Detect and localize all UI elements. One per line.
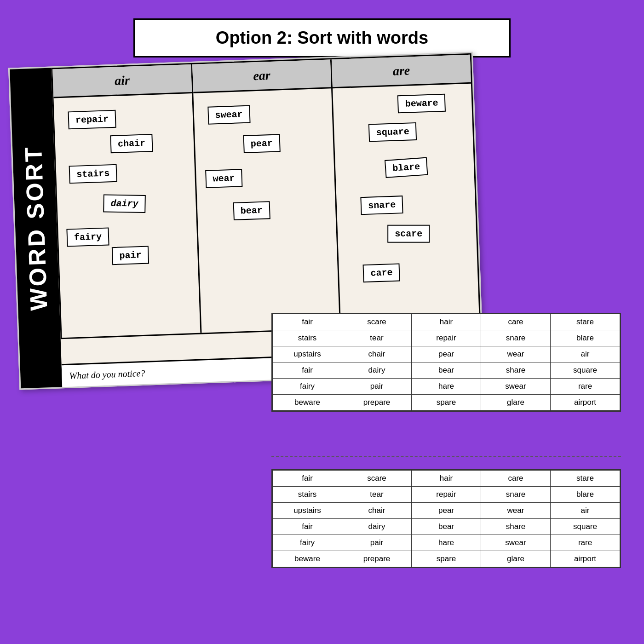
table-cell: scare — [342, 471, 412, 487]
table-cell: hare — [412, 379, 481, 395]
table-cell: care — [481, 314, 551, 330]
tile-beware: beware — [397, 94, 446, 114]
table-cell: stairs — [273, 330, 342, 346]
table-cell: fairy — [273, 379, 342, 395]
tile-stairs: stairs — [69, 164, 117, 184]
word-table-top-grid: fairscarehaircarestarestairstearrepairsn… — [272, 314, 620, 411]
table-cell: pear — [412, 346, 481, 362]
tile-bear: bear — [233, 201, 270, 220]
table-cell: snare — [481, 487, 551, 503]
table-cell: swear — [481, 379, 551, 395]
table-cell: hare — [412, 535, 481, 551]
table-cell: spare — [412, 551, 481, 567]
table-cell: fair — [273, 314, 342, 330]
table-cell: stare — [551, 314, 620, 330]
table-cell: chair — [342, 346, 412, 362]
tile-repair: repair — [68, 110, 116, 130]
table-cell: glare — [481, 395, 551, 411]
table-row: stairstearrepairsnareblare — [273, 330, 620, 346]
table-cell: stare — [551, 471, 620, 487]
grid-area: air repair chair stairs dairy fairy pair… — [51, 53, 481, 339]
table-row: fairypairhareswearrare — [273, 535, 620, 551]
tile-snare: snare — [361, 196, 403, 215]
table-cell: fairy — [273, 535, 342, 551]
table-cell: fair — [273, 362, 342, 379]
col-air: air repair chair stairs dairy fairy pair — [52, 64, 201, 338]
tile-square: square — [368, 122, 417, 142]
tile-care: care — [363, 263, 400, 282]
table-cell: fair — [273, 471, 342, 487]
table-cell: airport — [551, 551, 620, 567]
header-title: Option 2: Sort with words — [216, 28, 428, 47]
table-row: fairdairybearsharesquare — [273, 362, 620, 379]
table-cell: glare — [481, 551, 551, 567]
table-cell: upstairs — [273, 503, 342, 519]
table-cell: pair — [342, 535, 412, 551]
table-cell: chair — [342, 503, 412, 519]
table-cell: pair — [342, 379, 412, 395]
col-header-air: air — [52, 64, 192, 98]
tile-wear: wear — [205, 169, 242, 188]
table-cell: fair — [273, 519, 342, 535]
table-cell: beware — [273, 395, 342, 411]
table-cell: snare — [481, 330, 551, 346]
tile-pair: pair — [112, 246, 149, 265]
tile-scare: scare — [388, 225, 430, 243]
table-cell: air — [551, 503, 620, 519]
table-cell: square — [551, 519, 620, 535]
table-cell: hair — [412, 314, 481, 330]
table-cell: repair — [412, 487, 481, 503]
table-row: fairdairybearsharesquare — [273, 519, 620, 535]
tile-swear: swear — [207, 105, 250, 125]
table-cell: share — [481, 362, 551, 379]
table-cell: bear — [412, 519, 481, 535]
table-row: upstairschairpearwearair — [273, 503, 620, 519]
table-cell: rare — [551, 535, 620, 551]
table-cell: hair — [412, 471, 481, 487]
table-row: bewarepreparespareglareairport — [273, 551, 620, 567]
table-cell: tear — [342, 330, 412, 346]
table-cell: prepare — [342, 551, 412, 567]
col-header-are: are — [332, 55, 471, 88]
table-row: upstairschairpearwearair — [273, 346, 620, 362]
col-body-air: repair chair stairs dairy fairy pair — [53, 93, 200, 339]
table-cell: bear — [412, 362, 481, 379]
table-cell: tear — [342, 487, 412, 503]
col-header-ear: ear — [192, 59, 332, 93]
table-row: fairypairhareswearrare — [273, 379, 620, 395]
tile-pear: pear — [243, 134, 280, 153]
tile-blare: blare — [385, 157, 428, 178]
table-cell: scare — [342, 314, 412, 330]
table-cell: wear — [481, 503, 551, 519]
col-body-are: beware square blare snare scare care — [333, 84, 479, 329]
table-cell: blare — [551, 330, 620, 346]
word-table-top: fairscarehaircarestarestairstearrepairsn… — [271, 313, 621, 412]
table-cell: wear — [481, 346, 551, 362]
col-body-ear: swear pear wear bear — [193, 88, 340, 334]
word-table-bottom: fairscarehaircarestarestairstearrepairsn… — [271, 469, 621, 568]
table-cell: upstairs — [273, 346, 342, 362]
table-cell: dairy — [342, 362, 412, 379]
col-ear: ear swear pear wear bear — [192, 59, 341, 333]
table-cell: dairy — [342, 519, 412, 535]
word-table-bottom-grid: fairscarehaircarestarestairstearrepairsn… — [272, 470, 620, 567]
table-cell: repair — [412, 330, 481, 346]
table-row: fairscarehaircarestare — [273, 314, 620, 330]
table-row: stairstearrepairsnareblare — [273, 487, 620, 503]
table-cell: rare — [551, 379, 620, 395]
sidebar-text: WORD SORT — [19, 145, 53, 311]
col-are: are beware square blare snare scare care — [332, 55, 479, 328]
table-cell: pear — [412, 503, 481, 519]
table-row: bewarepreparespareglareairport — [273, 395, 620, 411]
table-cell: airport — [551, 395, 620, 411]
header-banner: Option 2: Sort with words — [133, 18, 511, 58]
tile-fairy: fairy — [66, 227, 109, 247]
tile-dairy: dairy — [103, 194, 146, 213]
tile-chair: chair — [110, 134, 153, 153]
table-cell: spare — [412, 395, 481, 411]
table-cell: share — [481, 519, 551, 535]
table-cell: blare — [551, 487, 620, 503]
table-cell: care — [481, 471, 551, 487]
table-cell: swear — [481, 535, 551, 551]
table-cell: beware — [273, 551, 342, 567]
